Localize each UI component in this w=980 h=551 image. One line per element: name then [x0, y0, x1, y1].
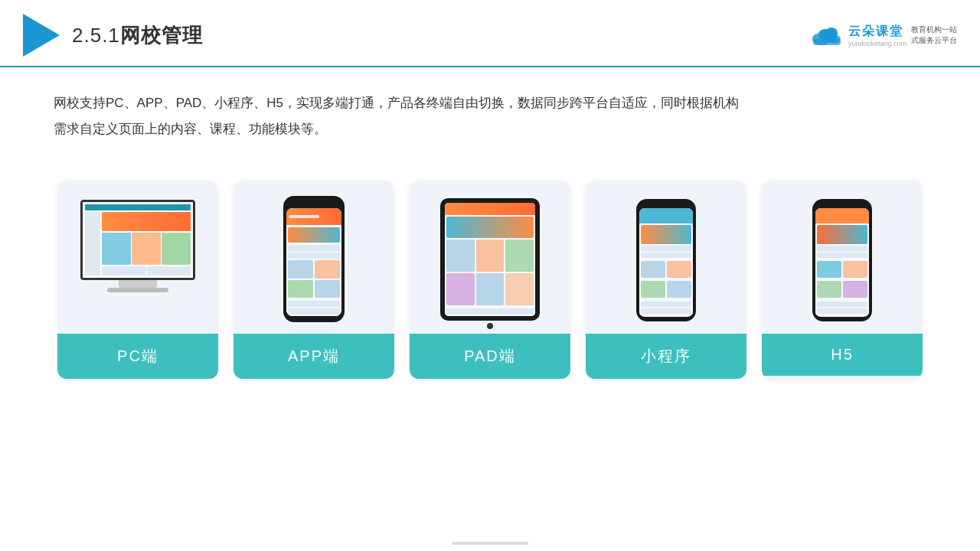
card-pc: PC端 — [57, 181, 218, 379]
logo-tagline: 教育机构一站式服务云平台 — [911, 24, 957, 46]
phone-device-app — [283, 196, 345, 326]
card-pc-image — [57, 181, 218, 334]
card-mini-image — [586, 181, 746, 334]
description-text: 网校支持PC、APP、PAD、小程序、H5，实现多端打通，产品各终端自由切换，数… — [0, 67, 980, 150]
title-text: 网校管理 — [120, 24, 203, 47]
card-mini: 小程序 — [586, 181, 746, 379]
phone-device-mini — [636, 199, 696, 323]
phone-device-h5 — [812, 199, 872, 323]
logo-cloud: 云朵课堂 yunduoketang.com 教育机构一站式服务云平台 — [810, 24, 957, 47]
card-app-label: APP端 — [234, 334, 394, 379]
card-h5-image — [762, 181, 923, 334]
play-icon — [23, 14, 60, 57]
card-pc-label: PC端 — [57, 334, 218, 379]
svg-point-4 — [825, 28, 838, 38]
card-h5-label: H5 — [762, 334, 923, 376]
monitor-screen — [80, 200, 195, 280]
cloud-icon — [810, 24, 844, 47]
page-title: 2.5.1网校管理 — [72, 22, 203, 49]
cards-container: PC端 — [0, 158, 980, 394]
title-number: 2.5.1 — [72, 24, 120, 47]
card-app-image — [234, 181, 394, 334]
card-h5: H5 — [762, 181, 923, 379]
logo-area: 云朵课堂 yunduoketang.com 教育机构一站式服务云平台 — [810, 24, 957, 47]
card-app: APP端 — [234, 181, 394, 379]
logo-brand-text: 云朵课堂 yunduoketang.com — [848, 24, 906, 47]
svg-rect-5 — [813, 39, 841, 45]
header: 2.5.1网校管理 云朵课堂 yunduoketang.com 教育机构一站式服… — [0, 0, 980, 67]
card-pad: PAD端 — [410, 181, 570, 379]
tablet-device — [440, 198, 540, 324]
card-mini-label: 小程序 — [586, 334, 746, 379]
monitor-device — [73, 200, 203, 322]
desc-line2: 需求自定义页面上的内容、课程、功能模块等。 — [54, 116, 926, 142]
desc-line1: 网校支持PC、APP、PAD、小程序、H5，实现多端打通，产品各终端自由切换，数… — [54, 90, 926, 116]
logo-url: yunduoketang.com — [848, 40, 906, 47]
card-pad-image — [410, 181, 570, 334]
bottom-scrollbar — [452, 542, 528, 545]
card-pad-label: PAD端 — [410, 334, 570, 379]
logo-main: 云朵课堂 — [848, 24, 906, 40]
header-left: 2.5.1网校管理 — [23, 14, 203, 57]
